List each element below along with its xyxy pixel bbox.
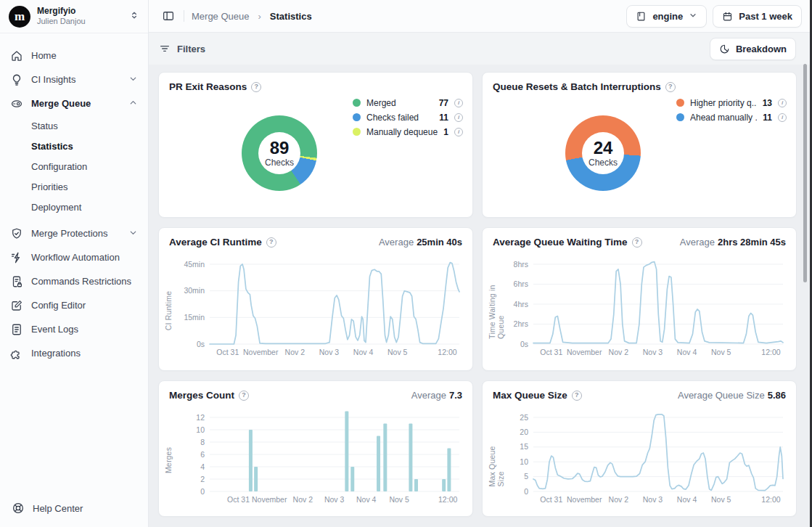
merge-queue-icon (10, 97, 23, 110)
svg-text:Nov 3: Nov 3 (643, 348, 663, 356)
y-axis-label: CI Runtime (164, 291, 173, 331)
svg-text:0: 0 (524, 487, 528, 496)
pencil-square-icon (10, 299, 23, 312)
filters-button[interactable]: Filters (159, 43, 205, 54)
sidebar-item-configuration[interactable]: Configuration (0, 156, 148, 176)
sidebar-item-home[interactable]: Home (0, 44, 148, 68)
pr-exit-reasons-donut: 89 Checks (242, 115, 317, 191)
svg-text:8hrs: 8hrs (514, 260, 528, 269)
help-icon[interactable]: ? (572, 391, 582, 401)
donut-total: 89 (270, 139, 290, 157)
app-window: m Mergifyio Julien Danjou Home CI Insigh (0, 0, 812, 527)
document-lines-icon (10, 323, 23, 336)
info-icon[interactable]: i (454, 113, 463, 122)
lightbulb-icon (10, 73, 23, 86)
filters-label: Filters (177, 44, 205, 54)
svg-text:Nov 3: Nov 3 (319, 348, 340, 356)
svg-text:0: 0 (200, 487, 205, 496)
breadcrumb-parent[interactable]: Merge Queue (192, 11, 250, 22)
ci-runtime-chart: 0s15min30min45minOct 31NovemberNov 2Nov … (176, 254, 461, 366)
sidebar: m Mergifyio Julien Danjou Home CI Insigh (0, 0, 149, 527)
filter-toolbar: Filters Breakdown (149, 33, 812, 65)
card-title: Average CI Runtime (169, 237, 262, 248)
svg-text:25: 25 (520, 413, 528, 422)
legend-value: 11 (763, 113, 772, 123)
sidebar-item-commands-restrictions[interactable]: Commands Restrictions (0, 269, 148, 293)
legend-dot (353, 99, 361, 107)
card-title: Merges Count (169, 390, 234, 401)
sidebar-item-integrations[interactable]: Integrations (0, 341, 148, 365)
svg-text:45min: 45min (184, 260, 205, 269)
merges-count-card: Merges Count ? Average7.3 Merges 0246810… (158, 380, 473, 517)
org-avatar: m (9, 6, 30, 28)
info-icon[interactable]: i (778, 99, 787, 107)
sidebar-toggle-button[interactable] (160, 8, 176, 24)
repo-selector-button[interactable]: engine (626, 5, 707, 28)
sidebar-item-ci-insights[interactable]: CI Insights (0, 68, 148, 91)
sidebar-item-status[interactable]: Status (0, 115, 148, 136)
legend-item: Merged 77 i (353, 98, 463, 107)
chevron-updown-icon (129, 10, 139, 23)
sidebar-item-config-editor[interactable]: Config Editor (0, 293, 148, 317)
legend-label: Ahead manually ... (690, 113, 757, 123)
help-icon[interactable]: ? (239, 391, 249, 401)
svg-text:2: 2 (200, 475, 205, 483)
help-center-button[interactable]: Help Center (0, 489, 148, 527)
sidebar-item-workflow-automation[interactable]: Workflow Automation (0, 245, 148, 269)
average-stat: Average7.3 (411, 390, 462, 401)
legend-dot (676, 99, 684, 107)
info-icon[interactable]: i (454, 99, 463, 107)
sidebar-item-merge-queue[interactable]: Merge Queue (0, 91, 148, 115)
y-axis-label: Merges (164, 447, 173, 473)
account-switcher[interactable]: m Mergifyio Julien Danjou (0, 0, 148, 33)
info-icon[interactable]: i (778, 113, 787, 122)
average-stat: Average25min 40s (379, 237, 462, 248)
legend-value: 13 (763, 98, 772, 108)
sidebar-item-deployment[interactable]: Deployment (0, 197, 148, 217)
queue-resets-donut: 24 Checks (565, 115, 641, 191)
svg-text:15min: 15min (184, 313, 205, 322)
help-icon[interactable]: ? (665, 82, 676, 92)
legend-item: Checks failed 11 i (353, 113, 463, 122)
puzzle-icon (10, 347, 23, 360)
svg-text:Nov 5: Nov 5 (389, 495, 409, 504)
help-center-label: Help Center (33, 503, 83, 514)
legend: Merged 77 i Checks failed 11 i Man (353, 98, 463, 136)
info-icon[interactable]: i (454, 128, 463, 136)
svg-text:12: 12 (196, 413, 205, 422)
svg-text:12:00: 12:00 (438, 348, 456, 356)
max-queue-size-card: Max Queue Size ? Average Queue Size5.86 … (482, 380, 797, 517)
svg-text:Nov 4: Nov 4 (353, 348, 374, 356)
svg-text:Nov 3: Nov 3 (643, 495, 663, 504)
help-icon[interactable]: ? (266, 237, 276, 248)
svg-text:10: 10 (520, 457, 528, 466)
svg-text:12:00: 12:00 (761, 495, 780, 504)
svg-text:November: November (567, 348, 602, 356)
sidebar-item-statistics[interactable]: Statistics (0, 136, 148, 156)
legend-item: Higher priority q... 13 i (676, 98, 787, 107)
help-icon[interactable]: ? (632, 237, 642, 248)
date-range-value: Past 1 week (739, 11, 792, 22)
vertical-scrollbar[interactable] (803, 64, 807, 282)
legend-value: 77 (439, 98, 448, 108)
sidebar-item-priorities[interactable]: Priorities (0, 176, 148, 197)
date-range-button[interactable]: Past 1 week (713, 5, 802, 28)
svg-text:Nov 2: Nov 2 (609, 495, 629, 504)
breakdown-button[interactable]: Breakdown (710, 38, 796, 60)
card-title: Max Queue Size (493, 390, 567, 401)
sidebar-item-merge-protections[interactable]: Merge Protections (0, 221, 148, 245)
svg-text:20: 20 (520, 428, 528, 436)
svg-text:10: 10 (196, 425, 205, 434)
donut-total: 24 (594, 139, 613, 157)
legend-label: Checks failed (366, 113, 433, 123)
svg-text:15: 15 (520, 442, 528, 451)
sidebar-item-event-logs[interactable]: Event Logs (0, 317, 148, 341)
svg-text:8: 8 (200, 438, 205, 446)
sidebar-item-label: CI Insights (31, 74, 75, 85)
sidebar-item-label: Merge Queue (31, 98, 91, 109)
svg-text:Oct 31: Oct 31 (540, 495, 562, 504)
svg-text:6: 6 (200, 450, 205, 459)
sidebar-item-label: Integrations (31, 348, 81, 359)
queue-waiting-chart: 0s2hrs4hrs6hrs8hrsOct 31NovemberNov 2Nov… (500, 254, 784, 366)
help-icon[interactable]: ? (251, 82, 261, 92)
